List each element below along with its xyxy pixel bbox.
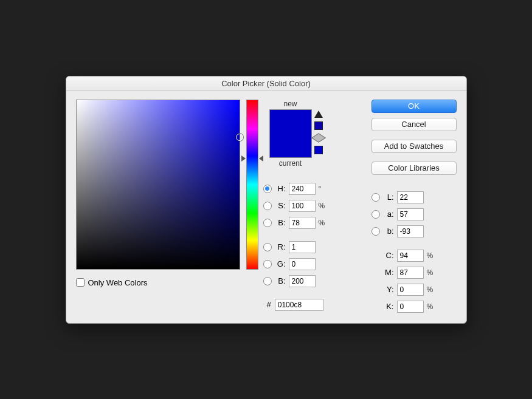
gamut-swatch-icon[interactable] xyxy=(314,121,323,130)
hue-handle-left-icon[interactable] xyxy=(241,155,246,162)
b-hsb-row: B: % xyxy=(263,216,328,230)
dialog-title: Color Picker (Solid Color) xyxy=(221,79,311,88)
k-label: K: xyxy=(383,302,394,311)
c-label: C: xyxy=(383,251,394,260)
y-unit: % xyxy=(427,285,435,294)
g-input[interactable] xyxy=(289,258,316,270)
websafe-cube-icon[interactable] xyxy=(311,133,325,143)
titlebar: Color Picker (Solid Color) xyxy=(66,77,466,91)
only-web-colors-label: Only Web Colors xyxy=(88,278,148,287)
b-hsb-label: B: xyxy=(275,218,286,227)
r-radio[interactable] xyxy=(263,243,272,251)
dialog-content: Only Web Colors new current xyxy=(66,91,466,323)
ok-button[interactable]: OK xyxy=(371,100,457,113)
c-input[interactable] xyxy=(397,250,424,262)
action-buttons: OK Cancel Add to Swatches xyxy=(371,100,457,158)
y-label: Y: xyxy=(383,285,394,294)
a-radio[interactable] xyxy=(371,210,380,219)
sb-cursor[interactable] xyxy=(236,134,243,141)
hex-row: # xyxy=(267,299,328,311)
websafe-swatch-icon[interactable] xyxy=(314,146,323,154)
b-lab-row: b: xyxy=(371,225,457,238)
m-input[interactable] xyxy=(397,267,424,279)
new-color-label: new xyxy=(283,100,297,108)
b-hsb-unit: % xyxy=(319,219,327,227)
saturation-brightness-field[interactable] xyxy=(76,100,240,270)
b-lab-radio[interactable] xyxy=(371,227,380,236)
right-column: OK Cancel Add to Swatches Color Librarie… xyxy=(336,100,457,313)
s-row: S: % xyxy=(263,199,328,213)
s-unit: % xyxy=(319,202,327,210)
h-label: H: xyxy=(275,184,286,193)
gamut-warning-icon[interactable] xyxy=(314,111,323,118)
hsb-rgb-fields: H: ° S: % B: % xyxy=(263,182,328,311)
c-row: C: % xyxy=(371,249,457,262)
g-label: G: xyxy=(275,259,286,268)
s-label: S: xyxy=(275,201,286,210)
color-swatch[interactable] xyxy=(269,109,312,158)
hue-slider[interactable] xyxy=(246,100,258,270)
b-lab-label: b: xyxy=(383,227,394,236)
g-row: G: xyxy=(263,257,328,271)
g-radio[interactable] xyxy=(263,260,272,268)
h-radio[interactable] xyxy=(263,185,272,193)
b-hsb-radio[interactable] xyxy=(263,219,272,227)
k-row: K: % xyxy=(371,300,457,313)
only-web-colors-input[interactable] xyxy=(76,278,85,287)
a-label: a: xyxy=(383,210,394,219)
b-rgb-radio[interactable] xyxy=(263,277,272,285)
lab-cmyk-fields: L: a: b: xyxy=(371,191,457,313)
swatch-new xyxy=(270,110,311,134)
k-unit: % xyxy=(427,302,435,311)
swatch-column: new current xyxy=(269,100,312,168)
a-input[interactable] xyxy=(397,208,424,220)
s-input[interactable] xyxy=(289,200,316,212)
cancel-button[interactable]: Cancel xyxy=(371,118,457,131)
b-rgb-input[interactable] xyxy=(289,275,316,287)
m-label: M: xyxy=(383,268,394,277)
l-radio[interactable] xyxy=(371,193,380,202)
r-row: R: xyxy=(263,240,328,254)
color-picker-dialog: Color Picker (Solid Color) Only xyxy=(66,76,467,324)
c-unit: % xyxy=(427,251,435,260)
s-radio[interactable] xyxy=(263,202,272,210)
m-unit: % xyxy=(427,268,435,277)
k-input[interactable] xyxy=(397,301,424,313)
current-color-label: current xyxy=(279,159,302,168)
hue-handle-right-icon[interactable] xyxy=(259,155,263,162)
b-lab-input[interactable] xyxy=(397,225,424,237)
l-label: L: xyxy=(383,193,394,202)
b-hsb-input[interactable] xyxy=(289,217,316,229)
only-web-colors-checkbox[interactable]: Only Web Colors xyxy=(76,278,258,287)
h-unit: ° xyxy=(319,185,327,193)
h-input[interactable] xyxy=(289,183,316,195)
r-label: R: xyxy=(275,242,286,251)
y-input[interactable] xyxy=(397,284,424,296)
color-libraries-button[interactable]: Color Libraries xyxy=(371,162,457,175)
y-row: Y: % xyxy=(371,283,457,296)
l-row: L: xyxy=(371,191,457,204)
add-to-swatches-button[interactable]: Add to Swatches xyxy=(371,140,457,153)
a-row: a: xyxy=(371,208,457,221)
libraries-button-group: Color Libraries xyxy=(371,162,457,180)
picker-row xyxy=(76,100,258,270)
swatch-current xyxy=(270,134,311,157)
b-rgb-label: B: xyxy=(275,276,286,285)
swatch-side: new current xyxy=(267,100,328,168)
hex-hash-label: # xyxy=(267,300,271,309)
m-row: M: % xyxy=(371,266,457,279)
left-column: Only Web Colors xyxy=(76,100,258,313)
swatch-warning-icons xyxy=(314,100,323,168)
b-rgb-row: B: xyxy=(263,275,328,288)
h-row: H: ° xyxy=(263,182,328,196)
hex-input[interactable] xyxy=(275,299,323,311)
r-input[interactable] xyxy=(289,241,316,253)
l-input[interactable] xyxy=(397,191,424,203)
middle-column: new current H: xyxy=(267,100,328,313)
